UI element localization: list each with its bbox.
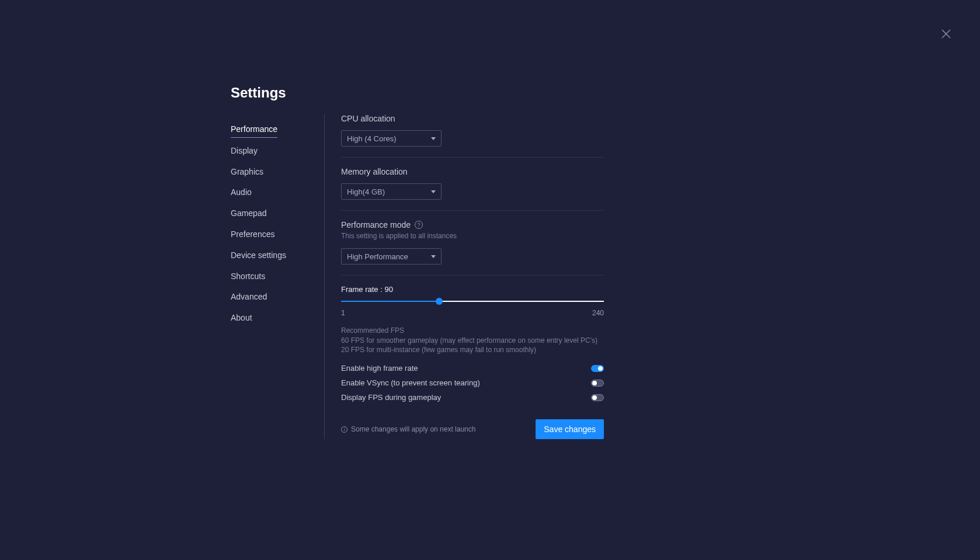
apply-notice-text: Some changes will apply on next launch (351, 425, 475, 433)
nav-item-device-settings[interactable]: Device settings (231, 248, 324, 263)
enable-high-frame-rate-row: Enable high frame rate (341, 364, 604, 373)
frame-rate-min: 1 (341, 309, 345, 317)
settings-nav: Performance Display Graphics Audio Gamep… (231, 121, 324, 326)
close-button[interactable] (940, 28, 952, 40)
nav-item-audio[interactable]: Audio (231, 185, 324, 200)
cpu-allocation-select[interactable]: High (4 Cores) (341, 130, 442, 147)
enable-vsync-label: Enable VSync (to prevent screen tearing) (341, 378, 480, 387)
recommended-fps-body: 60 FPS for smoother gameplay (may effect… (341, 336, 604, 354)
display-fps-toggle[interactable] (591, 394, 604, 401)
frame-rate-slider[interactable] (341, 297, 604, 305)
memory-allocation-select[interactable]: High(4 GB) (341, 183, 442, 200)
vertical-divider (324, 114, 325, 439)
slider-thumb[interactable] (436, 298, 443, 305)
cpu-allocation-section: CPU allocation High (4 Cores) (341, 114, 604, 158)
cpu-allocation-label: CPU allocation (341, 114, 604, 123)
performance-mode-label-text: Performance mode (341, 220, 411, 229)
nav-item-performance[interactable]: Performance (231, 121, 277, 138)
memory-allocation-value: High(4 GB) (347, 187, 385, 196)
close-icon (940, 28, 952, 40)
recommended-fps-title: Recommended FPS (341, 326, 604, 335)
nav-item-about[interactable]: About (231, 310, 324, 326)
enable-high-frame-rate-toggle[interactable] (591, 365, 604, 372)
memory-allocation-section: Memory allocation High(4 GB) (341, 167, 604, 211)
frame-rate-label: Frame rate : 90 (341, 285, 604, 294)
display-fps-label: Display FPS during gameplay (341, 393, 441, 402)
save-changes-button[interactable]: Save changes (536, 419, 604, 439)
settings-footer: i Some changes will apply on next launch… (341, 419, 604, 439)
performance-mode-select[interactable]: High Performance (341, 248, 442, 265)
performance-mode-subtext: This setting is applied to all instances (341, 232, 604, 240)
performance-mode-label: Performance mode ? (341, 220, 604, 229)
chevron-down-icon (431, 255, 436, 258)
slider-track-fill (341, 301, 439, 302)
help-icon[interactable]: ? (415, 221, 423, 229)
performance-mode-value: High Performance (347, 252, 408, 261)
memory-allocation-label: Memory allocation (341, 167, 604, 176)
performance-mode-section: Performance mode ? This setting is appli… (341, 220, 604, 276)
nav-item-shortcuts[interactable]: Shortcuts (231, 269, 324, 284)
chevron-down-icon (431, 190, 436, 193)
page-title: Settings (231, 85, 324, 101)
enable-vsync-row: Enable VSync (to prevent screen tearing) (341, 378, 604, 387)
nav-item-preferences[interactable]: Preferences (231, 227, 324, 242)
settings-content: CPU allocation High (4 Cores) Memory all… (341, 85, 604, 439)
enable-vsync-toggle[interactable] (591, 380, 604, 387)
nav-item-advanced[interactable]: Advanced (231, 289, 324, 305)
display-fps-row: Display FPS during gameplay (341, 393, 604, 402)
frame-rate-max: 240 (592, 309, 604, 317)
enable-high-frame-rate-label: Enable high frame rate (341, 364, 418, 373)
nav-item-graphics[interactable]: Graphics (231, 164, 324, 180)
frame-rate-section: Frame rate : 90 1 240 Recommended FPS 60… (341, 285, 604, 402)
nav-item-gamepad[interactable]: Gamepad (231, 206, 324, 221)
apply-notice: i Some changes will apply on next launch (341, 425, 475, 433)
info-icon: i (341, 426, 347, 433)
cpu-allocation-value: High (4 Cores) (347, 134, 397, 143)
nav-item-display[interactable]: Display (231, 143, 324, 159)
chevron-down-icon (431, 137, 436, 140)
